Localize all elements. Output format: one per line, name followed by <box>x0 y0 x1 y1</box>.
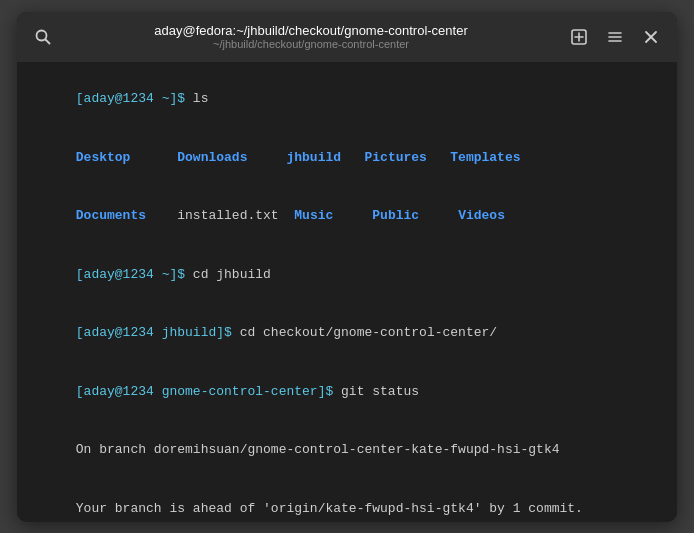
window-title: aday@fedora:~/jhbuild/checkout/gnome-con… <box>154 23 467 38</box>
terminal-window: aday@fedora:~/jhbuild/checkout/gnome-con… <box>17 12 677 522</box>
titlebar-left <box>27 21 59 53</box>
titlebar: aday@fedora:~/jhbuild/checkout/gnome-con… <box>17 12 677 62</box>
window-subtitle: ~/jhbuild/checkout/gnome-control-center <box>213 38 409 50</box>
search-icon <box>34 28 52 46</box>
terminal-line: [aday@1234 gnome-control-center]$ git st… <box>29 362 665 421</box>
ls-output-row2: Documents installed.txt Music Public Vid… <box>29 187 665 246</box>
search-button[interactable] <box>27 21 59 53</box>
terminal-line: [aday@1234 ~]$ cd jhbuild <box>29 245 665 304</box>
terminal-output[interactable]: [aday@1234 ~]$ ls Desktop Downloads jhbu… <box>17 62 677 522</box>
close-button[interactable] <box>635 21 667 53</box>
close-icon <box>644 30 658 44</box>
ls-output-row1: Desktop Downloads jhbuild Pictures Templ… <box>29 128 665 187</box>
new-tab-button[interactable] <box>563 21 595 53</box>
add-tab-icon <box>570 28 588 46</box>
terminal-line: On branch doremihsuan/gnome-control-cent… <box>29 421 665 480</box>
menu-button[interactable] <box>599 21 631 53</box>
terminal-line: Your branch is ahead of 'origin/kate-fwu… <box>29 479 665 522</box>
terminal-line: [aday@1234 jhbuild]$ cd checkout/gnome-c… <box>29 304 665 363</box>
prompt: [aday@1234 ~]$ <box>76 91 185 106</box>
svg-line-1 <box>46 39 50 43</box>
hamburger-icon <box>606 28 624 46</box>
terminal-line: [aday@1234 ~]$ ls <box>29 70 665 129</box>
titlebar-right <box>563 21 667 53</box>
titlebar-center: aday@fedora:~/jhbuild/checkout/gnome-con… <box>59 23 563 50</box>
